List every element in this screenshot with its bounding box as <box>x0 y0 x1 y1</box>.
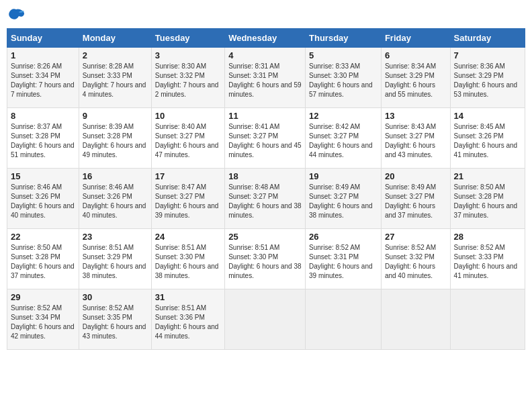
day-number: 3 <box>155 50 221 60</box>
day-info: Sunrise: 8:51 AM Sunset: 3:36 PM Dayligh… <box>155 304 221 341</box>
day-number: 7 <box>454 50 521 60</box>
day-number: 30 <box>83 292 148 302</box>
week-row-4: 22 Sunrise: 8:50 AM Sunset: 3:28 PM Dayl… <box>7 229 525 289</box>
day-info: Sunrise: 8:39 AM Sunset: 3:28 PM Dayligh… <box>83 122 148 160</box>
day-info: Sunrise: 8:47 AM Sunset: 3:27 PM Dayligh… <box>155 183 221 220</box>
calendar-cell: 16 Sunrise: 8:46 AM Sunset: 3:26 PM Dayl… <box>79 169 151 229</box>
calendar-cell: 24 Sunrise: 8:51 AM Sunset: 3:30 PM Dayl… <box>151 229 224 289</box>
calendar-cell: 26 Sunrise: 8:52 AM Sunset: 3:31 PM Dayl… <box>306 229 382 289</box>
calendar-cell: 6 Sunrise: 8:34 AM Sunset: 3:29 PM Dayli… <box>381 48 450 108</box>
calendar-cell: 31 Sunrise: 8:51 AM Sunset: 3:36 PM Dayl… <box>151 289 224 350</box>
day-number: 8 <box>11 111 75 121</box>
calendar-cell: 27 Sunrise: 8:52 AM Sunset: 3:32 PM Dayl… <box>381 229 450 289</box>
calendar-cell: 4 Sunrise: 8:31 AM Sunset: 3:31 PM Dayli… <box>225 48 306 108</box>
calendar-cell: 2 Sunrise: 8:28 AM Sunset: 3:33 PM Dayli… <box>79 48 151 108</box>
day-info: Sunrise: 8:48 AM Sunset: 3:27 PM Dayligh… <box>228 183 302 220</box>
day-info: Sunrise: 8:42 AM Sunset: 3:27 PM Dayligh… <box>309 122 378 160</box>
header-friday: Friday <box>381 29 450 48</box>
day-number: 16 <box>83 171 148 181</box>
day-number: 18 <box>228 171 302 181</box>
calendar-cell: 9 Sunrise: 8:39 AM Sunset: 3:28 PM Dayli… <box>79 108 151 169</box>
calendar-cell: 8 Sunrise: 8:37 AM Sunset: 3:28 PM Dayli… <box>7 108 79 169</box>
day-number: 28 <box>454 232 521 242</box>
calendar-cell <box>306 289 382 350</box>
day-info: Sunrise: 8:40 AM Sunset: 3:27 PM Dayligh… <box>155 122 221 160</box>
day-number: 26 <box>309 232 378 242</box>
header-thursday: Thursday <box>306 29 382 48</box>
day-info: Sunrise: 8:52 AM Sunset: 3:31 PM Dayligh… <box>309 243 378 281</box>
calendar-cell: 18 Sunrise: 8:48 AM Sunset: 3:27 PM Dayl… <box>225 169 306 229</box>
day-info: Sunrise: 8:50 AM Sunset: 3:28 PM Dayligh… <box>11 243 75 281</box>
day-info: Sunrise: 8:45 AM Sunset: 3:26 PM Dayligh… <box>454 122 521 160</box>
day-info: Sunrise: 8:52 AM Sunset: 3:32 PM Dayligh… <box>385 243 447 281</box>
calendar-cell: 5 Sunrise: 8:33 AM Sunset: 3:30 PM Dayli… <box>306 48 382 108</box>
day-info: Sunrise: 8:28 AM Sunset: 3:33 PM Dayligh… <box>83 62 148 99</box>
day-info: Sunrise: 8:51 AM Sunset: 3:30 PM Dayligh… <box>228 243 302 281</box>
day-number: 5 <box>309 50 378 60</box>
day-number: 12 <box>309 111 378 121</box>
calendar-cell <box>225 289 306 350</box>
day-number: 9 <box>83 111 148 121</box>
week-row-3: 15 Sunrise: 8:46 AM Sunset: 3:26 PM Dayl… <box>7 169 525 229</box>
calendar-cell: 30 Sunrise: 8:52 AM Sunset: 3:35 PM Dayl… <box>79 289 151 350</box>
day-info: Sunrise: 8:26 AM Sunset: 3:34 PM Dayligh… <box>11 62 75 99</box>
calendar-cell: 3 Sunrise: 8:30 AM Sunset: 3:32 PM Dayli… <box>151 48 224 108</box>
day-number: 2 <box>83 50 148 60</box>
logo-bird-icon <box>7 7 26 23</box>
calendar-cell <box>381 289 450 350</box>
day-number: 15 <box>11 171 75 181</box>
calendar-cell: 12 Sunrise: 8:42 AM Sunset: 3:27 PM Dayl… <box>306 108 382 169</box>
calendar-cell: 23 Sunrise: 8:51 AM Sunset: 3:29 PM Dayl… <box>79 229 151 289</box>
day-number: 23 <box>83 232 148 242</box>
calendar-cell: 20 Sunrise: 8:49 AM Sunset: 3:27 PM Dayl… <box>381 169 450 229</box>
header-wednesday: Wednesday <box>225 29 306 48</box>
day-info: Sunrise: 8:52 AM Sunset: 3:35 PM Dayligh… <box>83 304 148 341</box>
calendar-cell: 7 Sunrise: 8:36 AM Sunset: 3:29 PM Dayli… <box>450 48 525 108</box>
week-row-5: 29 Sunrise: 8:52 AM Sunset: 3:34 PM Dayl… <box>7 289 525 350</box>
calendar-header-row: SundayMondayTuesdayWednesdayThursdayFrid… <box>7 29 525 48</box>
week-row-2: 8 Sunrise: 8:37 AM Sunset: 3:28 PM Dayli… <box>7 108 525 169</box>
calendar-cell: 15 Sunrise: 8:46 AM Sunset: 3:26 PM Dayl… <box>7 169 79 229</box>
day-number: 1 <box>11 50 75 60</box>
day-number: 24 <box>155 232 221 242</box>
calendar-cell: 13 Sunrise: 8:43 AM Sunset: 3:27 PM Dayl… <box>381 108 450 169</box>
day-number: 10 <box>155 111 221 121</box>
calendar-cell: 11 Sunrise: 8:41 AM Sunset: 3:27 PM Dayl… <box>225 108 306 169</box>
header-saturday: Saturday <box>450 29 525 48</box>
day-info: Sunrise: 8:51 AM Sunset: 3:30 PM Dayligh… <box>155 243 221 281</box>
day-info: Sunrise: 8:49 AM Sunset: 3:27 PM Dayligh… <box>385 183 447 220</box>
day-info: Sunrise: 8:33 AM Sunset: 3:30 PM Dayligh… <box>309 62 378 99</box>
day-number: 22 <box>11 232 75 242</box>
page-header <box>7 7 525 23</box>
calendar-cell: 28 Sunrise: 8:52 AM Sunset: 3:33 PM Dayl… <box>450 229 525 289</box>
day-number: 4 <box>228 50 302 60</box>
day-info: Sunrise: 8:37 AM Sunset: 3:28 PM Dayligh… <box>11 122 75 160</box>
day-info: Sunrise: 8:51 AM Sunset: 3:29 PM Dayligh… <box>83 243 148 281</box>
header-tuesday: Tuesday <box>151 29 224 48</box>
week-row-1: 1 Sunrise: 8:26 AM Sunset: 3:34 PM Dayli… <box>7 48 525 108</box>
day-info: Sunrise: 8:49 AM Sunset: 3:27 PM Dayligh… <box>309 183 378 220</box>
calendar-body: 1 Sunrise: 8:26 AM Sunset: 3:34 PM Dayli… <box>7 48 525 350</box>
calendar-table: SundayMondayTuesdayWednesdayThursdayFrid… <box>7 28 525 350</box>
day-info: Sunrise: 8:43 AM Sunset: 3:27 PM Dayligh… <box>385 122 447 160</box>
day-info: Sunrise: 8:50 AM Sunset: 3:28 PM Dayligh… <box>454 183 521 220</box>
calendar-cell: 19 Sunrise: 8:49 AM Sunset: 3:27 PM Dayl… <box>306 169 382 229</box>
calendar-cell: 14 Sunrise: 8:45 AM Sunset: 3:26 PM Dayl… <box>450 108 525 169</box>
header-sunday: Sunday <box>7 29 79 48</box>
day-info: Sunrise: 8:46 AM Sunset: 3:26 PM Dayligh… <box>11 183 75 220</box>
day-number: 19 <box>309 171 378 181</box>
calendar-cell: 25 Sunrise: 8:51 AM Sunset: 3:30 PM Dayl… <box>225 229 306 289</box>
day-number: 25 <box>228 232 302 242</box>
day-number: 11 <box>228 111 302 121</box>
day-number: 20 <box>385 171 447 181</box>
day-number: 17 <box>155 171 221 181</box>
header-monday: Monday <box>79 29 151 48</box>
day-info: Sunrise: 8:52 AM Sunset: 3:33 PM Dayligh… <box>454 243 521 281</box>
day-info: Sunrise: 8:46 AM Sunset: 3:26 PM Dayligh… <box>83 183 148 220</box>
day-number: 27 <box>385 232 447 242</box>
day-number: 6 <box>385 50 447 60</box>
day-info: Sunrise: 8:36 AM Sunset: 3:29 PM Dayligh… <box>454 62 521 99</box>
day-number: 14 <box>454 111 521 121</box>
calendar-cell: 22 Sunrise: 8:50 AM Sunset: 3:28 PM Dayl… <box>7 229 79 289</box>
day-number: 21 <box>454 171 521 181</box>
